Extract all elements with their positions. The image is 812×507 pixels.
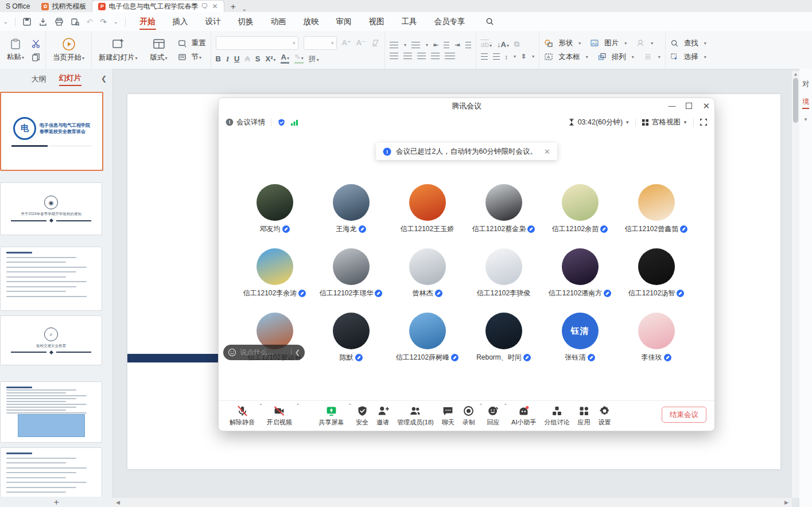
security-shield-icon[interactable]	[277, 118, 286, 127]
participant-avatar[interactable]	[562, 248, 599, 285]
toolbar-caret-icon[interactable]: ⌃	[503, 403, 507, 408]
end-meeting-button[interactable]: 结束会议	[662, 407, 706, 423]
align-right-button[interactable]	[417, 53, 426, 59]
participant-avatar[interactable]	[409, 313, 446, 349]
line-spacing-button[interactable]: ↕▾	[505, 53, 516, 60]
emoji-icon[interactable]	[228, 348, 236, 357]
toolbar-react[interactable]: 回应	[483, 405, 503, 427]
copy-button[interactable]	[31, 52, 41, 62]
decrease-indent-button[interactable]: ⇤	[433, 41, 449, 49]
find-button[interactable]: 查找▾	[670, 38, 706, 48]
ribbon-tab-设计[interactable]: 设计	[197, 12, 230, 31]
timer-caret-icon[interactable]: ▼	[625, 120, 630, 125]
slide-thumbnail-4[interactable]: ⌕返校交通安全教育	[0, 315, 102, 365]
numbered-list-button[interactable]: ▾	[411, 42, 428, 48]
ribbon-tab-审阅[interactable]: 审阅	[328, 12, 360, 31]
vertical-scrollbar[interactable]: ▲	[792, 71, 799, 498]
font-name-select[interactable]: ▾	[216, 36, 298, 50]
font-size-select[interactable]: ▾	[304, 36, 337, 50]
close-button[interactable]: ✕	[702, 101, 710, 111]
toolbar-caret-icon[interactable]: ⌃	[348, 403, 352, 408]
tab-close-icon[interactable]: ✕	[212, 2, 217, 10]
print-preview-icon[interactable]	[71, 17, 80, 26]
participant-avatar[interactable]	[409, 184, 446, 221]
superscript-button[interactable]: X²▾	[265, 54, 275, 63]
participant-avatar[interactable]	[409, 248, 446, 285]
scrollbar-thumb[interactable]	[793, 78, 798, 123]
align-left-button[interactable]	[390, 53, 398, 59]
network-signal-icon[interactable]	[290, 119, 298, 126]
notification-close-icon[interactable]: ✕	[544, 147, 550, 156]
output-icon[interactable]	[38, 17, 48, 26]
horizontal-scrollbar[interactable]: ◀ ▶	[112, 498, 792, 507]
add-slide-button[interactable]: ＋	[0, 497, 112, 507]
text-direction-button[interactable]: ↓A▾	[497, 40, 509, 49]
participant-avatar[interactable]	[562, 184, 599, 221]
new-slide-button[interactable]: 新建幻灯片▾	[96, 37, 140, 63]
font-color-button[interactable]: A▾	[281, 54, 289, 64]
redo-icon[interactable]: ↷	[100, 17, 107, 26]
bold-button[interactable]: B	[216, 54, 221, 63]
tab-slides[interactable]: 幻灯片	[59, 73, 81, 86]
participant-avatar[interactable]: 钰清	[562, 313, 599, 349]
toolbar-apps[interactable]: 应用	[573, 405, 594, 427]
view-caret-icon[interactable]: ▼	[683, 120, 687, 125]
picture-button[interactable]: 图片▾	[590, 38, 627, 48]
slide-thumbnail-5[interactable]	[0, 381, 102, 443]
scroll-right-icon[interactable]: ▶	[784, 500, 788, 505]
minimize-button[interactable]: —	[668, 102, 675, 110]
ribbon-tab-动画[interactable]: 动画	[262, 12, 295, 31]
toolbar-breakout[interactable]: 分组讨论	[540, 405, 573, 427]
play-current-button[interactable]: 当页开始▾	[50, 37, 87, 63]
menu-caret-icon[interactable]: ⌄	[3, 19, 8, 25]
window-tab-2[interactable]: P电子信息与电气工程学院春季🗨✕	[92, 0, 224, 12]
toolbar-share[interactable]: 共享屏幕	[314, 405, 348, 427]
toolbar-record[interactable]: 录制	[459, 405, 479, 427]
decrease-font-icon[interactable]: A⁻	[356, 38, 366, 47]
clear-format-icon[interactable]	[371, 38, 380, 48]
strike-a-button[interactable]: A	[244, 54, 250, 63]
print-icon[interactable]	[55, 17, 64, 26]
maximize-button[interactable]	[686, 103, 692, 109]
participant-avatar[interactable]	[257, 184, 293, 221]
italic-button[interactable]: I	[226, 54, 229, 64]
chat-input-placeholder[interactable]: 说点什么...	[240, 348, 287, 357]
participant-avatar[interactable]	[485, 184, 522, 221]
slide-thumbnail-1[interactable]: 电电子信息与电气工程学院春季返校安全教育班会	[0, 92, 103, 171]
undo-icon[interactable]: ↶	[87, 17, 94, 26]
right-task-pane-strip[interactable]: 对 境 ▼	[799, 69, 812, 507]
row-spacing-loose-button[interactable]	[493, 53, 500, 60]
participant-avatar[interactable]	[485, 248, 522, 285]
justify-button[interactable]	[431, 53, 440, 59]
scroll-left-icon[interactable]: ◀	[116, 500, 120, 505]
collapse-panel-icon[interactable]: ❮	[101, 75, 107, 83]
toolbar-chat[interactable]: 聊天	[438, 405, 459, 427]
section-button[interactable]: 节▾	[178, 52, 202, 62]
ribbon-tab-切换[interactable]: 切换	[230, 12, 262, 31]
textbox-button[interactable]: A文本框▾	[544, 52, 588, 62]
strikethrough-button[interactable]: S	[255, 54, 261, 63]
save-icon[interactable]	[22, 17, 32, 26]
align-objects-button[interactable]: ⇕▾	[521, 53, 534, 60]
toolbar-cam-off[interactable]: 开启视频	[263, 405, 296, 427]
toolbar-caret-icon[interactable]: ⌄	[114, 19, 118, 25]
window-tab-1[interactable]: ✿找稻壳模板	[36, 1, 92, 12]
tab-outline[interactable]: 大纲	[32, 74, 46, 84]
distribute-button[interactable]	[445, 53, 455, 59]
participant-avatar[interactable]	[333, 313, 370, 349]
bullet-list-button[interactable]: ▾	[390, 42, 406, 48]
collapse-chat-icon[interactable]: ❮	[295, 349, 300, 356]
meeting-timer[interactable]: 03:42(60分钟)	[578, 118, 623, 127]
ribbon-tab-放映[interactable]: 放映	[295, 12, 328, 31]
participant-avatar[interactable]	[257, 248, 293, 285]
toolbar-mic-off[interactable]: 解除静音	[226, 405, 259, 427]
layout-button[interactable]: 版式▾	[148, 37, 170, 63]
toolbar-shield[interactable]: 安全	[352, 405, 372, 427]
increase-font-icon[interactable]: A⁺	[342, 38, 351, 47]
cut-button[interactable]	[31, 38, 41, 48]
view-mode-select[interactable]: 宫格视图	[652, 118, 681, 127]
paste-button[interactable]: 粘贴▾	[5, 38, 26, 62]
quick-chat-bar[interactable]: 说点什么... ❮	[223, 345, 305, 360]
scroll-up-icon[interactable]: ▲	[792, 72, 799, 77]
pane-caret-icon[interactable]: ▼	[803, 117, 808, 122]
